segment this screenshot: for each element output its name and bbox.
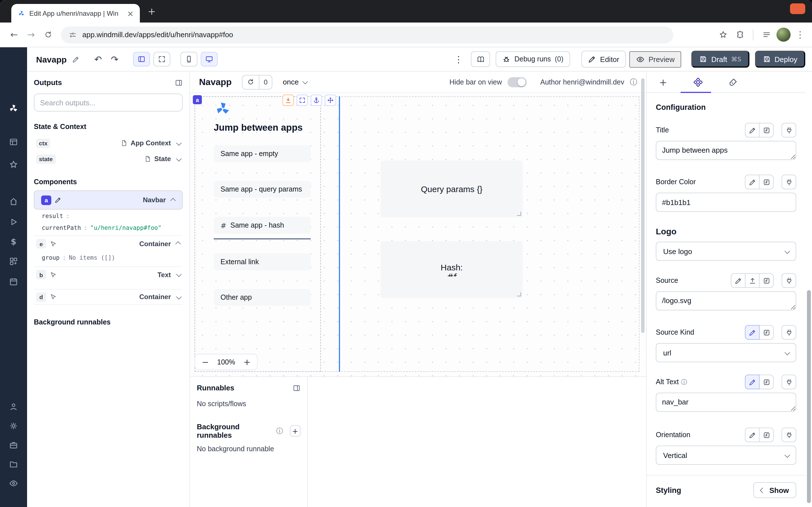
nav-link-hash[interactable]: # Same app - hash [214, 217, 311, 234]
bookmark-star-icon[interactable] [714, 26, 731, 43]
title-eval-button[interactable] [759, 123, 774, 137]
nav-link-query-params[interactable]: Same app - query params [214, 181, 311, 198]
nav-link-other-app[interactable]: Other app [214, 289, 311, 306]
panel-icon[interactable] [175, 78, 183, 87]
source-kind-connect-button[interactable] [781, 325, 796, 340]
source-edit-static-button[interactable] [731, 273, 746, 288]
profile-avatar[interactable] [775, 26, 792, 43]
insert-component-tab[interactable]: + [658, 77, 668, 87]
rail-workers-icon[interactable] [9, 441, 18, 450]
window-scrollbar[interactable] [807, 290, 811, 503]
pencil-icon[interactable] [55, 196, 61, 203]
orientation-select[interactable]: Vertical [656, 446, 796, 465]
extensions-icon[interactable] [731, 26, 748, 43]
forward-button[interactable]: → [22, 26, 40, 43]
editor-tab-button[interactable]: Editor [581, 51, 626, 68]
windmill-logo[interactable] [9, 104, 18, 113]
border-connect-button[interactable] [781, 175, 796, 189]
selected-component-tag[interactable]: a [193, 95, 202, 104]
docs-button[interactable] [471, 51, 490, 67]
screen-share-indicator[interactable] [790, 3, 805, 14]
chevron-down-icon[interactable] [176, 272, 182, 277]
source-input[interactable]: /logo.svg [656, 291, 796, 311]
chevron-down-icon[interactable] [176, 294, 182, 299]
source-kind-select[interactable]: url [656, 343, 796, 362]
chevron-up-icon[interactable] [170, 198, 176, 203]
resize-handle[interactable] [517, 292, 521, 296]
chevron-up-icon[interactable] [175, 241, 181, 247]
refresh-app-button[interactable] [243, 75, 259, 89]
mobile-view-button[interactable] [181, 52, 197, 66]
pointer-icon[interactable] [50, 240, 56, 247]
pointer-icon[interactable] [50, 293, 56, 300]
title-connect-button[interactable] [781, 123, 796, 137]
rail-schedules-icon[interactable] [9, 277, 18, 286]
hide-bar-toggle[interactable] [507, 77, 527, 87]
source-kind-edit-static-button[interactable] [745, 325, 760, 340]
rail-apps-icon[interactable] [9, 137, 18, 147]
fullscreen-component-button[interactable] [297, 95, 308, 106]
component-row-container-d[interactable]: d Container [34, 289, 183, 305]
toggle-panels-button[interactable] [133, 52, 150, 66]
source-upload-button[interactable] [745, 273, 760, 288]
redo-button[interactable]: ↷ [111, 54, 118, 64]
expand-down-button[interactable] [283, 95, 294, 106]
browser-panel-icon[interactable] [758, 26, 775, 43]
rail-settings-icon[interactable] [9, 421, 18, 431]
border-eval-button[interactable] [759, 175, 774, 189]
nav-link-same-app-empty[interactable]: Same app - empty [214, 145, 311, 162]
deploy-button[interactable]: Deploy [755, 51, 805, 68]
toolbar-menu-icon[interactable]: ⋮ [454, 54, 463, 64]
zoom-in-button[interactable]: + [243, 357, 252, 367]
back-button[interactable]: ← [6, 26, 22, 43]
author-info-icon[interactable]: ⓘ [630, 77, 637, 87]
show-styling-button[interactable]: Show [754, 482, 796, 498]
browser-menu-icon[interactable]: ⋮ [792, 26, 809, 43]
preview-tab-button[interactable]: Preview [629, 51, 681, 67]
tab-close-icon[interactable]: × [125, 9, 135, 17]
zoom-out-button[interactable]: − [201, 357, 210, 367]
browser-tab[interactable]: Edit App u/henri/navapp | Win × [11, 4, 140, 22]
output-row-state[interactable]: state State [34, 151, 183, 167]
orientation-edit-static-button[interactable] [745, 428, 760, 442]
component-row-container-e[interactable]: e Container [34, 235, 183, 251]
alt-text-edit-static-button[interactable] [745, 375, 760, 389]
source-eval-button[interactable] [759, 273, 774, 288]
reload-button[interactable] [40, 26, 56, 43]
border-edit-static-button[interactable] [745, 175, 760, 189]
query-params-container[interactable]: Query params {} [380, 161, 523, 217]
rail-favorites-icon[interactable] [9, 160, 18, 169]
undo-button[interactable]: ↶ [94, 54, 102, 64]
title-edit-static-button[interactable] [745, 123, 760, 137]
component-settings-tab[interactable] [693, 77, 703, 87]
rail-folders-icon[interactable] [9, 460, 18, 469]
refresh-mode-select[interactable]: once [283, 78, 306, 86]
new-tab-button[interactable]: + [146, 5, 158, 17]
rail-runs-icon[interactable] [9, 217, 18, 226]
desktop-view-button[interactable] [201, 52, 218, 66]
rail-variables-icon[interactable]: $ [11, 237, 16, 246]
source-connect-button[interactable] [781, 273, 796, 288]
rail-users-icon[interactable] [9, 402, 18, 411]
chevron-down-icon[interactable] [176, 140, 182, 146]
orientation-connect-button[interactable] [781, 428, 796, 442]
alt-text-connect-button[interactable] [781, 375, 796, 389]
output-currentpath-row[interactable]: currentPath: "u/henri/navapp#foo" [34, 221, 183, 233]
app-canvas[interactable]: a Jump between apps Same app - empty Sam… [190, 93, 646, 376]
add-background-runnable-button[interactable]: + [290, 425, 301, 437]
resize-handle[interactable] [517, 212, 521, 216]
rename-app-icon[interactable] [72, 55, 80, 63]
alt-text-input[interactable]: nav_bar [656, 393, 796, 412]
canvas-scrollbar[interactable] [641, 78, 645, 333]
output-group-row[interactable]: group: No items ([]) [34, 251, 183, 263]
debug-runs-button[interactable]: Debug runs(0) [496, 51, 570, 67]
output-row-ctx[interactable]: ctx App Context [34, 135, 183, 151]
rail-audit-icon[interactable] [9, 479, 18, 488]
title-input[interactable]: Jump between apps [656, 141, 796, 160]
logo-select[interactable]: Use logo [656, 242, 796, 261]
search-outputs-input[interactable] [34, 94, 183, 112]
anchor-component-button[interactable] [311, 95, 322, 106]
rail-home-icon[interactable] [9, 197, 18, 206]
component-row-text-b[interactable]: b Text [34, 267, 183, 282]
panel-icon[interactable] [293, 384, 301, 392]
